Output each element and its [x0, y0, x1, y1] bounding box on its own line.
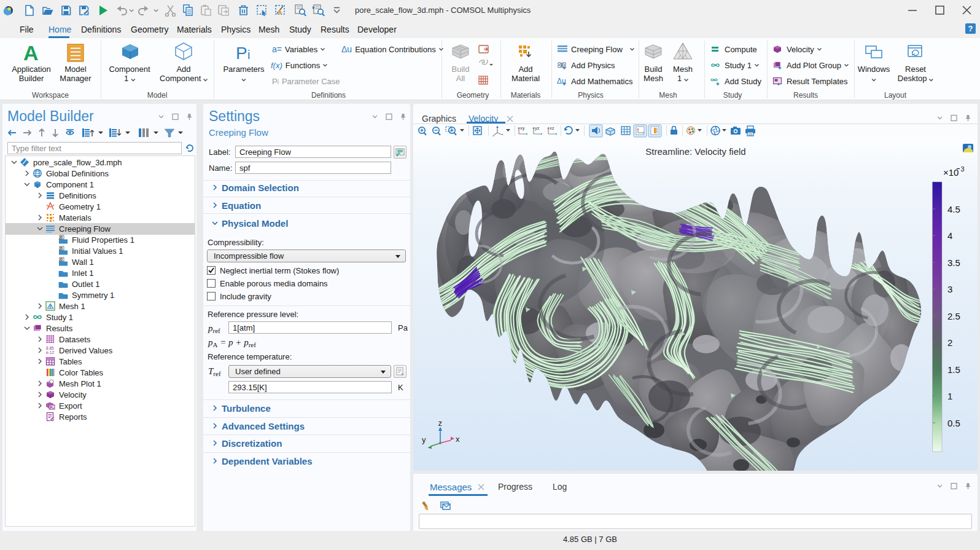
svg-text:1: 1: [947, 391, 952, 401]
svg-text:1.5: 1.5: [947, 364, 960, 375]
svg-text:xz: xz: [550, 125, 554, 131]
svg-text:0.5: 0.5: [947, 418, 960, 428]
svg-text:D: D: [60, 246, 63, 250]
svg-text:3.5: 3.5: [947, 257, 960, 268]
svg-text:x: x: [456, 434, 460, 444]
svg-text:y: y: [422, 435, 426, 444]
svg-text:A: A: [23, 41, 39, 65]
svg-text:z: z: [438, 418, 443, 428]
svg-text:2: 2: [947, 337, 952, 348]
svg-text:2.5: 2.5: [947, 311, 960, 321]
svg-text:D: D: [60, 257, 63, 261]
svg-text:4.5: 4.5: [947, 204, 960, 214]
svg-text:D: D: [60, 235, 63, 239]
svg-text:4: 4: [947, 230, 952, 241]
svg-text:3: 3: [947, 284, 952, 294]
svg-text:P: P: [236, 44, 247, 63]
svg-text:×10: ×10: [943, 167, 959, 178]
svg-text:i: i: [247, 48, 250, 61]
svg-text:Streamline: Velocity field: Streamline: Velocity field: [645, 146, 745, 157]
svg-text:3: 3: [961, 165, 965, 173]
svg-text:e-12: e-12: [46, 350, 54, 355]
svg-text:yz: yz: [535, 125, 540, 131]
svg-text:xy: xy: [520, 125, 525, 131]
svg-text:8.85: 8.85: [46, 346, 54, 350]
